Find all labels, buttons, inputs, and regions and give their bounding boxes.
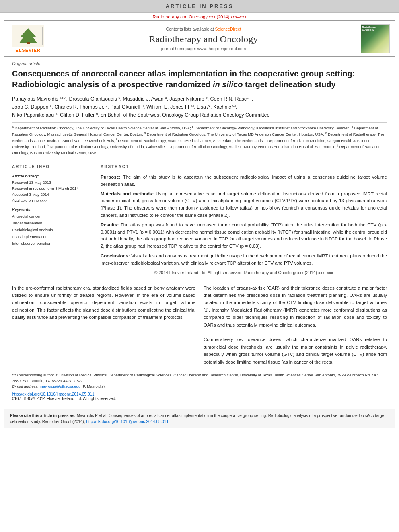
aip-banner: ARTICLE IN PRESS	[0, 0, 399, 13]
elsevier-logo: ELSEVIER	[12, 25, 44, 53]
authors-line: Panayiotis Mavroidis a,h,*, Drosoula Gia…	[12, 95, 387, 119]
page-wrapper: ARTICLE IN PRESS Radiotherapy and Oncolo…	[0, 0, 399, 532]
doi1-link[interactable]: http://dx.doi.org/10.1016/j.radonc.2014.…	[12, 392, 387, 396]
available-date: Available online xxxx	[12, 197, 93, 203]
body-left-para: In the pre-conformal radiotherapy era, s…	[12, 284, 195, 321]
journal-title: Radiotherapy and Oncology	[149, 34, 258, 45]
elsevier-text: ELSEVIER	[15, 48, 40, 53]
abstract-heading: ABSTRACT	[101, 164, 387, 170]
revised-date: Received in revised form 3 March 2014	[12, 185, 93, 191]
affiliations: a Department of Radiation Oncology, The …	[12, 122, 387, 156]
cite-box-doi-link[interactable]: http://dx.doi.org/10.1016/j.radonc.2014.…	[86, 419, 169, 424]
article-info-col: ARTICLE INFO Article history: Received 1…	[12, 164, 93, 275]
journal-homepage: journal homepage: www.thegreenjournal.co…	[161, 46, 246, 51]
email-note: E-mail address: mavroidis@uthscsa.edu (P…	[12, 384, 387, 389]
email-label: E-mail address:	[12, 384, 39, 388]
body-right-col: The location of organs-at-risk (OAR) and…	[204, 284, 387, 366]
body-right-para-1: The location of organs-at-risk (OAR) and…	[204, 284, 387, 329]
sciencedirect-line: Contents lists available at ScienceDirec…	[166, 27, 241, 31]
elsevier-logo-section: ELSEVIER	[8, 24, 52, 53]
copyright-line: © 2014 Elsevier Ireland Ltd. All rights …	[101, 270, 387, 275]
sciencedirect-name: ScienceDirect	[215, 27, 241, 31]
abstract-methods: Materials and methods: Using a represent…	[101, 191, 387, 219]
abstract-col: ABSTRACT Purpose: The aim of this study …	[101, 164, 387, 275]
purpose-text: The aim of this study is to ascertain th…	[101, 175, 387, 187]
body-left-col: In the pre-conformal radiotherapy era, s…	[12, 284, 195, 366]
aip-banner-text: ARTICLE IN PRESS	[166, 3, 234, 9]
footnotes-section: * * Corresponding author at: Division of…	[12, 370, 387, 390]
corresponding-text: * Corresponding author at: Division of M…	[12, 373, 378, 383]
elsevier-tree-icon	[12, 25, 44, 47]
article-info-heading: ARTICLE INFO	[12, 164, 93, 170]
conclusions-label: Conclusions:	[101, 253, 131, 258]
journal-header: ELSEVIER Contents lists available at Sci…	[4, 20, 395, 57]
keywords-section: Keywords: Anorectal cancer Target deline…	[12, 207, 93, 247]
article-type-label: Original article	[12, 61, 387, 66]
conclusions-text: Visual atlas and consensus treatment gui…	[101, 253, 387, 265]
journal-cover-title: Radiotherapy&Oncology	[362, 26, 388, 31]
contents-label: Contents lists available at	[166, 27, 214, 31]
body-section: In the pre-conformal radiotherapy era, s…	[12, 279, 387, 366]
keyword-1: Anorectal cancer	[12, 213, 93, 220]
journal-cover-image: Radiotherapy&Oncology	[361, 24, 390, 53]
email-link[interactable]: mavroidis@uthscsa.edu	[40, 384, 81, 388]
body-right-para-2: Comparatively low tolerance doses, which…	[204, 336, 387, 366]
received-date: Received 13 May 2013	[12, 179, 93, 185]
email-person: (P. Mavroidis).	[82, 384, 106, 388]
main-content: Original article Consequences of anorect…	[0, 57, 399, 405]
article-dates: Received 13 May 2013 Received in revised…	[12, 179, 93, 204]
keyword-5: Inter-observer variation	[12, 240, 93, 247]
journal-link-text: Radiotherapy and Oncology xxx (2014) xxx…	[153, 14, 247, 19]
journal-title-section: Contents lists available at ScienceDirec…	[52, 24, 355, 53]
accepted-date: Accepted 3 May 2014	[12, 191, 93, 197]
results-label: Results:	[101, 222, 121, 227]
keywords-label: Keywords:	[12, 207, 93, 212]
results-text: The atlas group was found to have increa…	[101, 222, 387, 249]
issn-line: 0167-8140/© 2014 Elsevier Ireland Ltd. A…	[12, 396, 387, 401]
methods-label: Materials and methods:	[101, 191, 156, 196]
keyword-2: Target delineation	[12, 220, 93, 226]
keywords-list: Anorectal cancer Target delineation Radi…	[12, 213, 93, 247]
abstract-conclusions: Conclusions: Visual atlas and consensus …	[101, 253, 387, 267]
journal-cover-section: Radiotherapy&Oncology	[355, 24, 391, 53]
title-italic: in silico	[213, 80, 243, 89]
doi-links: http://dx.doi.org/10.1016/j.radonc.2014.…	[12, 392, 387, 401]
corresponding-author-note: * * Corresponding author at: Division of…	[12, 372, 387, 384]
doi1-url[interactable]: http://dx.doi.org/10.1016/j.radonc.2014.…	[12, 392, 95, 396]
svg-rect-3	[27, 42, 30, 44]
keyword-4: Atlas implementation	[12, 233, 93, 240]
cite-box: Please cite this article in press as: Ma…	[4, 409, 395, 428]
abstract-results: Results: The atlas group was found to ha…	[101, 222, 387, 250]
history-label: Article history:	[12, 174, 93, 178]
abstract-purpose: Purpose: The aim of this study is to asc…	[101, 174, 387, 188]
info-abstract-section: ARTICLE INFO Article history: Received 1…	[12, 160, 387, 275]
cite-box-label: Please cite this article in press as:	[10, 413, 77, 418]
article-title: Consequences of anorectal cancer atlas i…	[12, 68, 387, 90]
purpose-label: Purpose:	[101, 175, 123, 179]
keyword-3: Radiobiological analysis	[12, 226, 93, 233]
journal-link-bar: Radiotherapy and Oncology xxx (2014) xxx…	[0, 13, 399, 20]
